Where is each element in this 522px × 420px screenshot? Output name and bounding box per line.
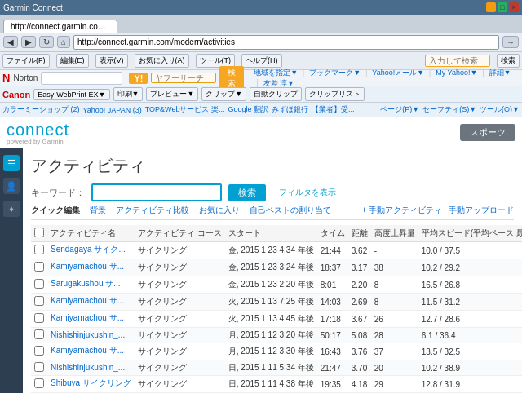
tab-comments[interactable]: 背景 (90, 205, 106, 216)
home-button[interactable]: ⌂ (57, 36, 70, 48)
row-checkbox-cell[interactable] (31, 294, 47, 311)
keyword-search-button[interactable]: 検索 (228, 184, 266, 201)
bookmark-bkmark[interactable]: ブックマーク▼ (309, 69, 361, 77)
row-checkbox-cell[interactable] (31, 259, 47, 276)
manual-activity-button[interactable]: + 手動アクティビティ (361, 205, 442, 216)
activity-link[interactable]: Nishishinjukushin_... (51, 330, 125, 339)
activity-link[interactable]: Kamiyamachou サ... (51, 312, 124, 324)
row-checkbox[interactable] (34, 362, 44, 372)
bm-gyosha[interactable]: 【業者】受... (312, 104, 355, 115)
clip-list-btn[interactable]: クリップリスト (305, 87, 365, 101)
activity-link[interactable]: Kamiyamachou サ... (51, 295, 124, 307)
filter-link[interactable]: フィルタを表示 (279, 187, 336, 198)
row-checkbox-cell[interactable] (31, 328, 47, 343)
tab-active[interactable]: http://connect.garmin.com/modern/activit… (3, 20, 117, 33)
minimize-btn[interactable]: _ (486, 2, 496, 12)
col-header-name[interactable]: アクティビティ名 (47, 225, 135, 242)
bookmark-user[interactable]: 友差 淳▼ (263, 79, 294, 87)
maximize-btn[interactable]: □ (498, 2, 507, 12)
url-input[interactable] (73, 35, 499, 50)
print-btn[interactable]: 印刷▼ (113, 87, 144, 101)
activity-link[interactable]: Sarugakushou サ... (51, 278, 121, 290)
row-checkbox[interactable] (34, 296, 44, 306)
forward-button[interactable]: ▶ (21, 36, 36, 48)
yahoo-search-button[interactable]: 検索 (219, 66, 244, 91)
bm-safety[interactable]: セーフティ(S)▼ (422, 104, 476, 115)
select-all-checkbox[interactable] (34, 228, 44, 237)
activity-link[interactable]: Kamiyamachou サ... (51, 345, 124, 356)
row-checkbox[interactable] (34, 262, 44, 272)
row-checkbox-cell[interactable] (31, 360, 47, 376)
clip-btn[interactable]: クリップ▼ (201, 87, 246, 101)
row-dist-cell: 3.17 (348, 259, 371, 276)
tab-favorites[interactable]: お気に入り (199, 205, 240, 216)
bookmark-detail[interactable]: 詳細▼ (489, 69, 511, 77)
menu-help[interactable]: ヘルプ(H) (241, 54, 282, 68)
row-checkbox-cell[interactable] (31, 276, 47, 294)
bm-tools[interactable]: ツール(O)▼ (480, 104, 520, 115)
bm-google-translate[interactable]: Google 翻訳 (228, 104, 268, 115)
row-checkbox-cell[interactable] (31, 343, 47, 360)
refresh-button[interactable]: ↻ (39, 36, 54, 48)
auto-clip-btn[interactable]: 自動クリップ (250, 87, 302, 101)
menu-edit[interactable]: 編集(E) (56, 54, 89, 68)
row-checkbox-cell[interactable] (31, 311, 47, 328)
menu-view[interactable]: 表示(V) (95, 54, 128, 68)
bm-page[interactable]: ページ(P)▼ (380, 104, 419, 115)
browser-search-input[interactable] (425, 55, 490, 67)
col-header-start[interactable]: スタート (225, 225, 317, 242)
tab-quick-edit[interactable]: クイック編集 (31, 205, 80, 216)
bm-mizuho[interactable]: みずほ銀行 (272, 104, 308, 115)
sidebar-home-icon[interactable]: ☰ (3, 155, 20, 171)
row-checkbox[interactable] (34, 346, 44, 356)
col-header-course[interactable]: アクティビティ コース (135, 225, 225, 242)
menu-file[interactable]: ファイル(F) (2, 54, 50, 68)
row-checkbox[interactable] (34, 279, 44, 289)
activity-link[interactable]: Shibuya サイクリング (51, 378, 131, 389)
bm-top-web[interactable]: TOP&Webサービス 楽... (145, 104, 225, 115)
row-checkbox-cell[interactable] (31, 376, 47, 393)
row-elev-cell: 49 (371, 393, 418, 394)
row-elev-cell: 29 (371, 376, 418, 393)
row-checkbox-cell[interactable] (31, 393, 47, 394)
col-header-elev[interactable]: 高度上昇量 (371, 225, 418, 242)
norton-search-input[interactable] (41, 72, 122, 85)
row-start-cell: 金, 2015 1 23 2:20 年後 (225, 276, 317, 294)
browser-search-button[interactable]: 検索 (497, 54, 520, 68)
easy-webprint-btn[interactable]: Easy-WebPrint EX▼ (33, 89, 109, 100)
row-checkbox-cell[interactable] (31, 242, 47, 259)
col-header-time[interactable]: タイム (317, 225, 348, 242)
back-button[interactable]: ◀ (3, 36, 18, 48)
search-go-button[interactable]: → (502, 36, 519, 48)
tab-compare[interactable]: アクティビティ比較 (116, 205, 189, 216)
row-checkbox[interactable] (34, 378, 44, 388)
col-header-avg-speed[interactable]: 平均スピード(平均ペース 最高スピード(ベストペー... (418, 225, 522, 242)
bookmark-my-yahoo[interactable]: My Yahoo!▼ (436, 69, 477, 77)
bm-yahoo-japan[interactable]: Yahoo! JAPAN (3) (83, 106, 142, 114)
close-btn[interactable]: × (509, 2, 519, 12)
sport-button[interactable]: スポーツ (460, 124, 515, 141)
row-checkbox[interactable] (34, 245, 44, 254)
sidebar-activity-icon[interactable]: ♦ (3, 201, 20, 217)
preview-btn[interactable]: プレビュー▼ (146, 87, 198, 101)
activity-link[interactable]: Sendagaya サイク... (51, 244, 126, 255)
menu-favorites[interactable]: お気に入り(A) (135, 54, 189, 68)
row-dist-cell: 3.67 (348, 311, 371, 328)
row-checkbox[interactable] (34, 313, 44, 323)
activity-link[interactable]: Nishishinjukushin_... (51, 363, 125, 372)
window-controls[interactable]: _ □ × (486, 2, 519, 12)
bookmark-region[interactable]: 地域を指定▼ (254, 69, 298, 77)
keyword-input[interactable] (91, 183, 222, 201)
col-header-dist[interactable]: 距離 (348, 225, 371, 242)
row-dist-cell: 2.20 (348, 276, 371, 294)
bm-coloree[interactable]: カラーミーショップ (2) (2, 104, 80, 115)
yahoo-search-input[interactable] (151, 73, 216, 83)
tab-personal-best[interactable]: 自己ベストの割り当て (250, 205, 331, 216)
row-checkbox[interactable] (34, 329, 44, 339)
sidebar-user-icon[interactable]: 👤 (3, 178, 20, 194)
bookmark-yahoo-mail[interactable]: Yahoo!メール▼ (372, 69, 424, 77)
table-row: Shibuya サイクリング サイクリング 日, 2015 1 11 4:38 … (31, 376, 522, 393)
activity-link[interactable]: Kamiyamachou サ... (51, 261, 124, 272)
manual-upload-button[interactable]: 手動アップロード (449, 205, 514, 216)
row-time-cell: 54:49 (317, 393, 348, 394)
